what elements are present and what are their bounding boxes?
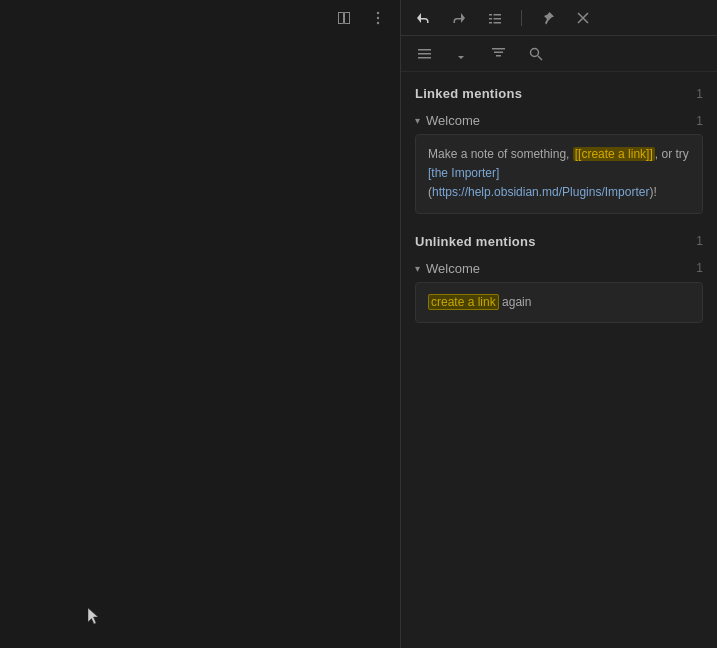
pin-icon[interactable] <box>536 8 560 28</box>
secondary-toolbar <box>401 36 717 72</box>
linked-welcome-header[interactable]: ▾ Welcome 1 <box>415 111 703 134</box>
search-icon[interactable] <box>524 44 547 63</box>
linked-welcome-title: Welcome <box>426 113 480 128</box>
toolbar-divider <box>521 10 522 26</box>
svg-point-1 <box>377 17 379 19</box>
linked-mentions-header: Linked mentions 1 <box>415 86 703 101</box>
unlinked-welcome-header[interactable]: ▾ Welcome 1 <box>415 259 703 282</box>
backlinks-icon[interactable] <box>411 8 435 28</box>
linked-welcome-title-row: ▾ Welcome <box>415 113 480 128</box>
sort-grouped-icon[interactable] <box>487 44 510 63</box>
right-toolbar <box>401 0 717 36</box>
linked-welcome-subsection: ▾ Welcome 1 Make a note of something, [[… <box>415 111 703 214</box>
forward-links-icon[interactable] <box>447 8 471 28</box>
linked-mentions-title: Linked mentions <box>415 86 522 101</box>
left-top-icons <box>332 8 390 28</box>
right-panel: Linked mentions 1 ▾ Welcome 1 Make a not… <box>400 0 717 648</box>
linked-mention-card: Make a note of something, [[create a lin… <box>415 134 703 214</box>
toolbar-icons <box>411 8 594 28</box>
importer-link[interactable]: [the Importer] <box>428 166 499 180</box>
list-view-icon[interactable] <box>413 44 436 63</box>
left-topbar <box>0 0 400 36</box>
linked-card-text-before: Make a note of something, <box>428 147 573 161</box>
svg-point-3 <box>531 49 539 57</box>
mouse-cursor <box>88 608 100 626</box>
unlinked-mentions-header: Unlinked mentions 1 <box>415 234 703 249</box>
chevron-down-icon-2: ▾ <box>415 263 420 274</box>
unlinked-mentions-count: 1 <box>696 234 703 248</box>
unlinked-card-text-after: again <box>499 295 532 309</box>
sort-asc-icon[interactable] <box>450 44 473 63</box>
unlinked-welcome-title-row: ▾ Welcome <box>415 261 480 276</box>
svg-point-0 <box>377 12 379 14</box>
unlinked-mentions-section: Unlinked mentions 1 ▾ Welcome 1 create a… <box>415 234 703 323</box>
linked-mentions-count: 1 <box>696 87 703 101</box>
importer-url[interactable]: https://help.obsidian.md/Plugins/Importe… <box>432 185 649 199</box>
left-panel <box>0 0 400 648</box>
chevron-down-icon: ▾ <box>415 115 420 126</box>
svg-line-4 <box>538 56 542 60</box>
unlinked-mentions-title: Unlinked mentions <box>415 234 536 249</box>
linked-welcome-count: 1 <box>696 114 703 128</box>
close-icon[interactable] <box>572 9 594 27</box>
unlinked-welcome-subsection: ▾ Welcome 1 create a link again <box>415 259 703 323</box>
svg-point-2 <box>377 22 379 24</box>
linked-highlight[interactable]: [[create a link]] <box>573 147 655 161</box>
more-options-icon[interactable] <box>366 8 390 28</box>
unlinked-welcome-count: 1 <box>696 261 703 275</box>
outline-icon[interactable] <box>483 8 507 28</box>
unlinked-mention-card: create a link again <box>415 282 703 323</box>
content-area[interactable]: Linked mentions 1 ▾ Welcome 1 Make a not… <box>401 72 717 648</box>
unlinked-welcome-title: Welcome <box>426 261 480 276</box>
book-icon[interactable] <box>332 8 356 28</box>
unlinked-highlight[interactable]: create a link <box>428 294 499 310</box>
